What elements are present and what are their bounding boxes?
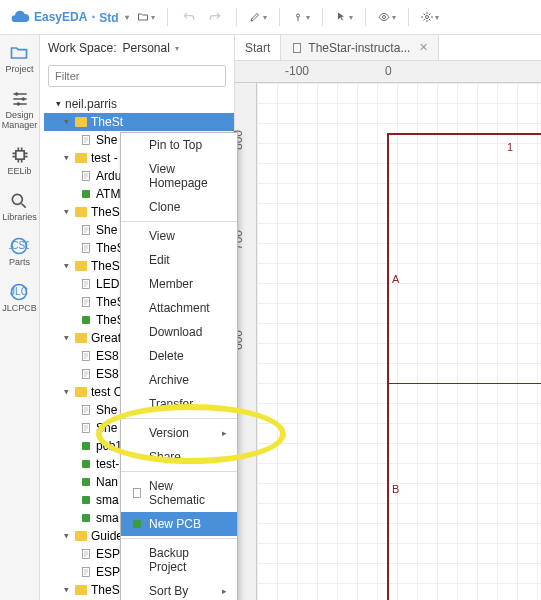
ctx-sort-by[interactable]: Sort By▸ [121,579,237,600]
workspace-select[interactable]: Personal▾ [122,41,178,55]
eye-icon[interactable]: ▾ [378,8,396,26]
pcb-outline [387,133,541,600]
app-logo: EasyEDA · Std ▾ [10,7,129,27]
svg-point-4 [21,97,24,100]
svg-rect-19 [82,316,90,324]
sheet-icon [291,42,303,54]
redo-icon[interactable] [206,8,224,26]
ctx-transfer[interactable]: Transfer [121,392,237,416]
svg-point-1 [382,16,385,19]
svg-rect-28 [82,514,90,522]
cursor-icon[interactable]: ▾ [335,8,353,26]
workspace-label: Work Space: [48,41,116,55]
rail-libraries[interactable]: Libraries [2,191,37,223]
svg-point-7 [13,194,23,204]
ctx-view[interactable]: View [121,224,237,248]
ctx-edit[interactable]: Edit [121,248,237,272]
chip-icon [10,145,30,165]
pcb-label: A [392,273,399,285]
ctx-attachment[interactable]: Attachment [121,296,237,320]
svg-point-2 [425,16,428,19]
tab-start[interactable]: Start [235,35,281,60]
app-edition: · Std [91,9,118,25]
rail-design-manager[interactable]: Design Manager [2,89,38,131]
svg-rect-25 [82,460,90,468]
svg-text:JLC: JLC [11,286,29,297]
left-rail: Project Design Manager EELib Libraries L… [0,35,40,600]
folder-icon[interactable]: ▾ [137,8,155,26]
ctx-view-homepage[interactable]: View Homepage [121,157,237,195]
tab-document[interactable]: TheStar-instructa... ✕ [281,35,439,60]
folder-icon [75,333,87,343]
ruler-horizontal: -100 0 [235,61,541,83]
folder-icon [75,153,87,163]
folder-icon [75,117,87,127]
context-menu: Pin to TopView HomepageCloneViewEditMemb… [120,132,238,600]
ruler-vertical: 800 700 600 [235,83,257,600]
tree-user[interactable]: neil.parris [44,95,234,113]
folder-icon [75,387,87,397]
lcsc-icon: LCSC [9,236,29,256]
ctx-download[interactable]: Download [121,320,237,344]
ctx-delete[interactable]: Delete [121,344,237,368]
search-icon [9,191,29,211]
svg-point-0 [296,14,299,17]
svg-rect-27 [82,496,90,504]
pcb-label: 1 [507,141,513,153]
chevron-down-icon[interactable]: ▾ [125,13,129,22]
svg-rect-26 [82,478,90,486]
chevron-right-icon: ▸ [222,428,227,438]
rail-project[interactable]: Project [5,43,33,75]
svg-rect-6 [15,151,23,159]
pencil-icon[interactable]: ▾ [249,8,267,26]
svg-point-3 [15,92,18,95]
ctx-share[interactable]: Share [121,445,237,469]
tree-folder[interactable]: TheSt [44,113,234,131]
folder-icon [9,43,29,63]
canvas-area: Start TheStar-instructa... ✕ -100 0 800 … [235,35,541,600]
top-toolbar: EasyEDA · Std ▾ ▾ ▾ ▾ ▾ ▾ ▾ [0,0,541,35]
rail-eelib[interactable]: EELib [7,145,31,177]
ctx-backup-project[interactable]: Backup Project [121,541,237,579]
chevron-right-icon: ▸ [222,586,227,596]
pcb-canvas[interactable]: 1 A B [257,83,541,600]
ctx-version[interactable]: Version▸ [121,421,237,445]
folder-icon [75,531,87,541]
cloud-icon [10,7,30,27]
pin-icon[interactable]: ▾ [292,8,310,26]
sliders-icon [10,89,30,109]
rail-jlcpcb[interactable]: JLC JLCPCB [2,282,37,314]
pcb-label: B [392,483,399,495]
folder-icon [75,207,87,217]
svg-rect-34 [134,489,141,498]
gear-icon[interactable]: ▾ [421,8,439,26]
rail-parts[interactable]: LCSC Parts [9,236,30,268]
editor-tabs: Start TheStar-instructa... ✕ [235,35,541,61]
filter-input[interactable] [48,65,226,87]
svg-point-5 [16,102,19,105]
ctx-pin-to-top[interactable]: Pin to Top [121,133,237,157]
ctx-member[interactable]: Member [121,272,237,296]
svg-rect-33 [294,43,301,52]
svg-rect-24 [82,442,90,450]
ctx-archive[interactable]: Archive [121,368,237,392]
close-icon[interactable]: ✕ [419,41,428,54]
folder-icon [75,585,87,595]
jlc-icon: JLC [9,282,29,302]
app-name: EasyEDA [34,10,87,24]
ctx-new-pcb[interactable]: New PCB [121,512,237,536]
folder-icon [75,261,87,271]
ctx-new-schematic[interactable]: New Schematic [121,474,237,512]
undo-icon[interactable] [180,8,198,26]
svg-rect-35 [133,520,141,528]
svg-rect-14 [82,190,90,198]
svg-text:LCSC: LCSC [9,240,29,251]
ctx-clone[interactable]: Clone [121,195,237,219]
